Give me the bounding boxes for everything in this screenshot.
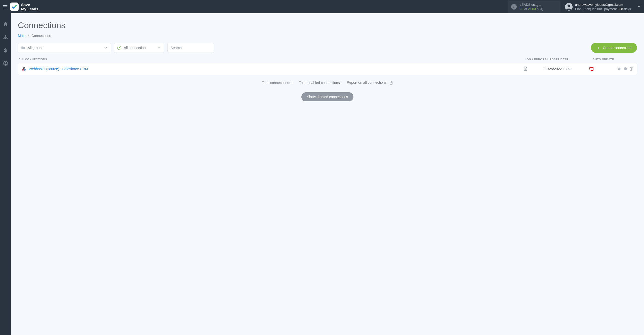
connection-link[interactable]: Webhooks (source) - Salesforce CRM: [29, 67, 88, 71]
update-date: 11/25/2022 13:50: [544, 67, 589, 71]
svg-rect-7: [5, 38, 6, 39]
col-all-connections: ALL CONNECTIONS: [18, 58, 525, 61]
brand-line2: My Leads.: [21, 7, 39, 11]
plan-days-suffix: days: [623, 7, 631, 11]
status-label: All connection: [124, 46, 146, 50]
connection-row: Webhooks (source) - Salesforce CRM 11/25…: [18, 63, 637, 75]
sidebar-item-account[interactable]: [0, 59, 11, 68]
settings-button[interactable]: [623, 67, 627, 71]
info-icon: i: [511, 4, 517, 10]
copy-button[interactable]: [617, 67, 621, 71]
main-content: Connections Main / Connections All group…: [11, 13, 644, 335]
chevron-down-icon: [104, 46, 108, 50]
show-deleted-button[interactable]: Show deleted connections: [301, 92, 353, 101]
col-auto-update: AUTO UPDATE: [593, 58, 616, 61]
report-all: Report on all connections:: [347, 80, 393, 85]
folder-icon: [21, 46, 25, 50]
home-icon: [3, 22, 8, 27]
dollar-icon: $: [4, 48, 7, 53]
document-icon: [389, 81, 393, 85]
app-logo: [10, 3, 19, 11]
breadcrumb-main[interactable]: Main: [18, 34, 25, 38]
breadcrumb-current: Connections: [31, 34, 51, 38]
play-circle-icon: [117, 46, 121, 50]
svg-rect-5: [5, 35, 6, 36]
chevron-down-icon: [157, 46, 161, 50]
chevron-down-icon[interactable]: [637, 4, 641, 9]
copy-icon: [617, 67, 621, 71]
webhook-icon: [22, 67, 26, 71]
create-connection-button[interactable]: ＋ Create connection: [591, 43, 637, 53]
avatar: [565, 3, 573, 11]
svg-point-12: [24, 69, 25, 70]
report-button[interactable]: [389, 81, 393, 85]
plus-icon: ＋: [596, 46, 600, 50]
logo-check-icon: [12, 4, 17, 10]
svg-point-10: [5, 62, 6, 63]
sidebar-item-billing[interactable]: $: [0, 46, 11, 55]
trash-icon: [629, 67, 633, 71]
document-icon: [524, 66, 528, 71]
svg-rect-8: [7, 38, 8, 39]
col-update-date: UPDATE DATE: [547, 58, 593, 61]
usage-of: of: [524, 7, 527, 11]
leads-usage-box: i LEADS usage: 23 of 2'000 (1%): [508, 1, 560, 13]
status-select[interactable]: All connection: [114, 43, 164, 53]
user-icon: [565, 3, 573, 11]
usage-label: LEADS usage:: [520, 3, 544, 7]
log-button[interactable]: [524, 66, 528, 72]
col-log-errors: LOG / ERRORS: [525, 58, 547, 61]
user-menu[interactable]: andrewsavemyleads@gmail.com Plan |Start|…: [565, 3, 641, 11]
time-value: 13:50: [563, 67, 572, 71]
auto-update-highlight: [589, 67, 593, 71]
total-enabled: Total enabled connections:: [299, 81, 341, 85]
breadcrumb-separator: /: [28, 34, 29, 38]
date-value: 11/25/2022: [544, 67, 562, 71]
plan-days: 388: [618, 7, 623, 11]
usage-total: 2'000: [528, 7, 536, 11]
svg-rect-6: [3, 38, 4, 39]
plan-prefix: Plan |Start| left until payment: [575, 7, 618, 11]
svg-point-11: [22, 69, 24, 70]
sidebar-item-connections[interactable]: [0, 33, 11, 41]
breadcrumb: Main / Connections: [18, 34, 637, 38]
groups-label: All groups: [28, 46, 43, 50]
row-actions: [613, 67, 633, 71]
brand-name: Save My Leads.: [21, 3, 39, 11]
search-box[interactable]: [167, 43, 214, 53]
usage-text: LEADS usage: 23 of 2'000 (1%): [520, 3, 544, 11]
gear-icon: [623, 67, 627, 71]
create-connection-label: Create connection: [603, 46, 631, 50]
sitemap-icon: [3, 35, 8, 40]
delete-button[interactable]: [629, 67, 633, 71]
user-circle-icon: [3, 61, 8, 66]
table-header: ALL CONNECTIONS LOG / ERRORS UPDATE DATE…: [18, 58, 637, 63]
topbar: Save My Leads. i LEADS usage: 23 of 2'00…: [0, 0, 644, 13]
user-text: andrewsavemyleads@gmail.com Plan |Start|…: [575, 3, 631, 11]
brand-line1: Save: [21, 3, 39, 7]
total-connections: Total connections: 1: [262, 81, 293, 85]
sidebar: $: [0, 13, 11, 335]
filter-row: All groups All connection ＋ Create conne…: [18, 43, 637, 53]
menu-toggle-button[interactable]: [2, 4, 9, 10]
svg-point-4: [568, 5, 570, 7]
toggle-knob: [587, 69, 591, 73]
summary-row: Total connections: 1 Total enabled conne…: [18, 80, 637, 85]
user-email: andrewsavemyleads@gmail.com: [575, 3, 631, 7]
search-input[interactable]: [171, 46, 211, 50]
usage-pct: (1%): [537, 7, 543, 11]
usage-used: 23: [520, 7, 523, 11]
page-title: Connections: [18, 20, 637, 30]
sidebar-item-home[interactable]: [0, 20, 11, 28]
svg-rect-17: [618, 68, 620, 70]
groups-select[interactable]: All groups: [18, 43, 111, 53]
